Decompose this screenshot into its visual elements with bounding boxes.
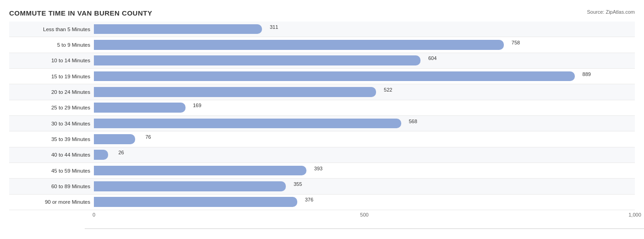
bar-row: 40 to 44 Minutes26 [9, 147, 635, 163]
bar-row: 5 to 9 Minutes758 [9, 37, 635, 53]
bar-label: 5 to 9 Minutes [9, 42, 94, 48]
bar-value-label: 311 [270, 24, 278, 30]
x-axis: 05001,000 [94, 212, 635, 221]
bar-track: 169 [94, 100, 635, 115]
bar-row: 35 to 39 Minutes76 [9, 131, 635, 147]
bar: 604 [94, 55, 420, 65]
bar: 376 [94, 197, 297, 207]
bar-value-label: 758 [512, 40, 520, 45]
bar: 568 [94, 119, 401, 129]
bar: 26 [94, 150, 108, 160]
bar-label: 20 to 24 Minutes [9, 89, 94, 95]
bar: 393 [94, 166, 306, 176]
bar-value-label: 76 [146, 134, 151, 140]
bar-row: 20 to 24 Minutes522 [9, 84, 635, 100]
bar-row: 30 to 34 Minutes568 [9, 116, 635, 131]
bar-track: 393 [94, 163, 635, 178]
bar-row: Less than 5 Minutes311 [9, 22, 635, 37]
bar-label: 90 or more Minutes [9, 199, 94, 205]
bar: 76 [94, 134, 135, 144]
bar-track: 26 [94, 147, 635, 163]
bar-label: 35 to 39 Minutes [9, 136, 94, 142]
bar: 169 [94, 103, 186, 113]
bar-value-label: 376 [305, 197, 313, 202]
bar-label: 10 to 14 Minutes [9, 58, 94, 63]
bar-label: 45 to 59 Minutes [9, 168, 94, 174]
bar-label: Less than 5 Minutes [9, 27, 94, 32]
bar-row: 45 to 59 Minutes393 [9, 163, 635, 179]
bar-row: 15 to 19 Minutes889 [9, 69, 635, 84]
bar: 522 [94, 87, 376, 97]
chart-title: COMMUTE TIME IN VAN BUREN COUNTY [9, 9, 635, 17]
bar-row: 10 to 14 Minutes604 [9, 53, 635, 69]
bar-row: 90 or more Minutes376 [9, 195, 635, 210]
bar-value-label: 604 [428, 55, 437, 61]
bar-track: 758 [94, 37, 635, 52]
bar-track: 522 [94, 84, 635, 99]
bar-value-label: 355 [294, 181, 302, 187]
bar-track: 376 [94, 195, 635, 210]
bar-label: 15 to 19 Minutes [9, 74, 94, 79]
bar: 311 [94, 24, 262, 34]
bar-track: 311 [94, 22, 635, 37]
bar-value-label: 889 [583, 71, 591, 77]
x-axis-line [85, 228, 644, 229]
x-axis-tick: 500 [360, 212, 368, 217]
bar: 889 [94, 71, 575, 81]
bar-label: 25 to 29 Minutes [9, 105, 94, 110]
bar-track: 355 [94, 179, 635, 194]
bar-track: 889 [94, 69, 635, 84]
bar-row: 60 to 89 Minutes355 [9, 179, 635, 194]
bar-row: 25 to 29 Minutes169 [9, 100, 635, 116]
bar: 758 [94, 40, 504, 50]
bar-value-label: 568 [409, 119, 417, 124]
bar-value-label: 26 [118, 150, 124, 155]
bar-track: 604 [94, 53, 635, 68]
bar: 355 [94, 181, 286, 191]
bar-label: 30 to 34 Minutes [9, 121, 94, 126]
bar-label: 40 to 44 Minutes [9, 152, 94, 158]
bar-value-label: 522 [384, 87, 392, 92]
bar-value-label: 169 [193, 103, 201, 108]
chart-area: Less than 5 Minutes3115 to 9 Minutes7581… [9, 22, 635, 210]
x-axis-tick: 0 [93, 212, 95, 217]
bar-track: 568 [94, 116, 635, 131]
bar-track: 76 [94, 131, 635, 147]
bar-label: 60 to 89 Minutes [9, 184, 94, 189]
source-text: Source: ZipAtlas.com [587, 9, 635, 15]
x-axis-tick: 1,000 [628, 212, 641, 217]
bar-value-label: 393 [314, 166, 322, 171]
chart-container: COMMUTE TIME IN VAN BUREN COUNTY Source:… [0, 0, 644, 239]
